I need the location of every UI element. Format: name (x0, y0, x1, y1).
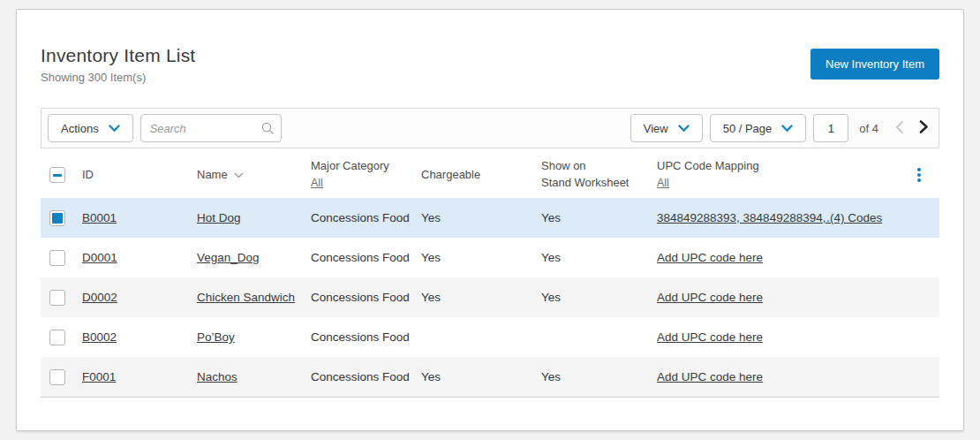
upc-codes-link[interactable]: 384849288393, 384849288394,… (657, 211, 830, 224)
row-checkbox[interactable] (49, 290, 65, 306)
cell-show-on-stand: Yes (541, 211, 657, 224)
cell-show-on-stand: Yes (541, 370, 657, 383)
add-upc-link[interactable]: Add UPC code here (657, 330, 763, 344)
item-name-link[interactable]: Chicken Sandwich (197, 291, 295, 304)
item-id-link[interactable]: B0001 (82, 211, 117, 224)
cell-category: Concessions Food (311, 291, 421, 304)
row-checkbox[interactable] (49, 369, 65, 385)
select-all-checkbox[interactable] (49, 167, 65, 183)
page-size-dropdown[interactable]: 50 / Page (710, 114, 807, 142)
column-header-show-on-line1: Show on (541, 158, 657, 175)
cell-chargeable: Yes (421, 291, 541, 304)
cell-codes: (4) Codes (830, 211, 911, 224)
item-name-link[interactable]: Hot Dog (197, 211, 241, 224)
chevron-down-icon (109, 122, 120, 135)
cell-upc: Add UPC code here (657, 251, 830, 264)
cell-id: D0002 (82, 291, 197, 304)
actions-dropdown-label: Actions (61, 122, 99, 135)
column-header-chargeable: Chargeable (421, 167, 541, 184)
page-header: Inventory Item List Showing 300 Item(s) … (41, 45, 939, 84)
item-name-link[interactable]: Nachos (197, 370, 237, 383)
table-row: D0002 Chicken Sandwich Concessions Food … (41, 277, 939, 317)
row-checkbox[interactable] (49, 250, 65, 266)
cell-category: Concessions Food (311, 370, 421, 383)
cell-upc: 384849288393, 384849288394,… (657, 211, 830, 224)
cell-name: Po’Boy (197, 330, 311, 344)
cell-chargeable: Yes (421, 251, 541, 264)
actions-dropdown[interactable]: Actions (48, 114, 133, 142)
chevron-down-icon (781, 122, 793, 135)
cell-name: Vegan_Dog (197, 251, 311, 264)
title-block: Inventory Item List Showing 300 Item(s) (41, 45, 195, 84)
chevron-down-icon (678, 122, 690, 135)
search-box (140, 114, 282, 142)
cell-upc: Add UPC code here (657, 291, 830, 304)
column-header-name-label: Name (197, 167, 228, 184)
column-header-id: ID (82, 167, 197, 184)
page-title: Inventory Item List (41, 45, 195, 66)
table-row: D0001 Vegan_Dog Concessions Food Yes Yes… (41, 238, 939, 277)
column-header-show-on-stand: Show on Stand Worksheet (541, 158, 657, 192)
table-row: B0001 Hot Dog Concessions Food Yes Yes 3… (41, 198, 939, 238)
add-upc-link[interactable]: Add UPC code here (657, 370, 763, 383)
checkbox-cell (41, 210, 82, 226)
column-header-major-category-label: Major Category (311, 158, 421, 175)
column-settings-kebab-icon[interactable] (911, 168, 927, 182)
cell-id: B0002 (82, 330, 197, 344)
major-category-filter-link[interactable]: All (311, 175, 323, 191)
item-name-link[interactable]: Vegan_Dog (197, 251, 260, 264)
item-id-link[interactable]: F0001 (82, 370, 116, 383)
table-header-row: ID Name Major Category All Chargeable Sh… (41, 152, 939, 198)
inventory-list-card: Inventory Item List Showing 300 Item(s) … (16, 9, 964, 431)
codes-count-link[interactable]: (4) Codes (830, 211, 882, 224)
new-inventory-item-button[interactable]: New Inventory Item (810, 49, 939, 80)
add-upc-link[interactable]: Add UPC code here (657, 251, 763, 264)
table-body: B0001 Hot Dog Concessions Food Yes Yes 3… (41, 198, 939, 398)
checkbox-cell (41, 250, 82, 266)
table-row: F0001 Nachos Concessions Food Yes Yes Ad… (41, 357, 939, 397)
row-checkbox[interactable] (49, 330, 65, 345)
toolbar-left: Actions (48, 114, 282, 142)
item-id-link[interactable]: B0002 (82, 330, 117, 344)
cell-chargeable: Yes (421, 211, 541, 224)
item-id-link[interactable]: D0001 (82, 251, 117, 264)
item-id-link[interactable]: D0002 (82, 291, 117, 304)
cell-upc: Add UPC code here (657, 330, 830, 344)
cell-category: Concessions Food (311, 330, 421, 344)
prev-page-button[interactable] (891, 118, 908, 139)
cell-name: Hot Dog (197, 211, 311, 224)
chevron-right-icon (918, 119, 929, 137)
view-dropdown-label: View (644, 122, 668, 135)
checkbox-cell (41, 290, 82, 306)
page-size-label: 50 / Page (723, 122, 773, 135)
cell-show-on-stand: Yes (541, 251, 657, 264)
column-header-name[interactable]: Name (197, 167, 311, 184)
row-checkbox[interactable] (49, 210, 65, 226)
select-all-cell (41, 167, 82, 183)
column-header-upc: UPC Code Mapping All (657, 158, 830, 192)
cell-id: D0001 (82, 251, 197, 264)
cell-show-on-stand: Yes (541, 291, 657, 304)
table-row: B0002 Po’Boy Concessions Food Add UPC co… (41, 317, 939, 357)
cell-id: B0001 (82, 211, 197, 224)
add-upc-link[interactable]: Add UPC code here (657, 291, 763, 304)
sort-chevron-icon (234, 167, 244, 184)
cell-id: F0001 (82, 370, 197, 383)
page-number-input[interactable] (813, 114, 848, 142)
toolbar: Actions View 50 / Page (41, 108, 939, 148)
item-count-label: Showing 300 Item(s) (41, 71, 195, 84)
chevron-left-icon (894, 120, 904, 137)
view-dropdown[interactable]: View (630, 114, 703, 142)
checkbox-cell (41, 369, 82, 385)
item-name-link[interactable]: Po’Boy (197, 330, 235, 344)
page-total-label: of 4 (859, 122, 878, 135)
upc-filter-link[interactable]: All (657, 175, 669, 191)
next-page-button[interactable] (915, 118, 932, 139)
column-header-upc-label: UPC Code Mapping (657, 158, 830, 175)
search-icon (260, 121, 275, 139)
cell-category: Concessions Food (311, 251, 421, 264)
cell-upc: Add UPC code here (657, 370, 830, 383)
checkbox-cell (41, 330, 82, 345)
cell-name: Nachos (197, 370, 311, 383)
cell-category: Concessions Food (311, 211, 421, 224)
